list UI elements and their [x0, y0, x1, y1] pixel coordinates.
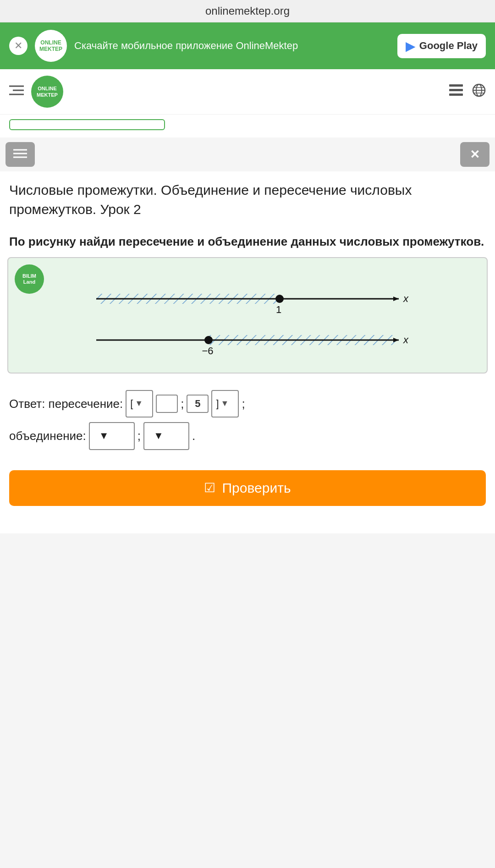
svg-point-18	[275, 295, 284, 303]
intersection-row: Ответ: пересечение: [ ▼ ; ] ▼ ;	[9, 390, 486, 418]
menu-lines-icon	[13, 148, 27, 162]
svg-text:−6: −6	[202, 345, 213, 357]
bracket-close-chevron: ▼	[221, 395, 229, 413]
banner-text: Скачайте мобильное приложение OnlineMekt…	[74, 39, 390, 53]
semicolon-1: ;	[181, 391, 184, 417]
close-button[interactable]: ✕	[460, 142, 490, 167]
bracket-close-select[interactable]: ] ▼	[211, 390, 239, 418]
banner-close-button[interactable]: ✕	[9, 37, 28, 55]
url-text: onlinemektep.org	[205, 5, 290, 17]
svg-text:x: x	[403, 334, 409, 346]
bottom-spacer	[0, 515, 495, 533]
hamburger-menu-icon[interactable]	[9, 84, 24, 99]
semicolon-3: ;	[138, 423, 141, 449]
banner-logo: ONLINE MEKTEP	[35, 30, 67, 62]
list-icon[interactable]	[449, 84, 463, 99]
lesson-title: Числовые промежутки. Объединение и перес…	[0, 171, 495, 224]
intersection-right-input[interactable]	[187, 395, 209, 413]
period: .	[192, 423, 195, 449]
main-content: ✕ Числовые промежутки. Объединение и пер…	[0, 137, 495, 533]
bracket-open-chevron: ▼	[135, 395, 143, 413]
question-text: По рисунку найди пересечение и объединен…	[0, 224, 495, 257]
svg-rect-3	[449, 84, 463, 87]
check-button-label: Проверить	[222, 480, 291, 496]
union-right-chevron: ▼	[154, 425, 164, 447]
x-icon: ✕	[470, 148, 480, 162]
search-bar[interactable]	[9, 119, 165, 130]
search-bar-area	[0, 115, 495, 137]
menu-button[interactable]	[6, 142, 35, 167]
toolbar-row: ✕	[0, 137, 495, 171]
svg-text:1: 1	[276, 304, 281, 315]
header-logo: ONLINE MEKTEP	[31, 76, 63, 108]
union-left-select[interactable]: ▼	[89, 422, 135, 450]
close-icon: ✕	[14, 40, 22, 52]
svg-rect-4	[449, 89, 463, 91]
check-icon: ☑	[204, 480, 215, 495]
semicolon-2: ;	[242, 391, 245, 417]
intersection-label: Ответ: пересечение:	[9, 391, 123, 417]
union-left-chevron: ▼	[99, 425, 109, 447]
diagram-area: BILIM Land 1	[7, 257, 488, 374]
check-button[interactable]: ☑ Проверить	[9, 470, 486, 506]
check-button-area: ☑ Проверить	[0, 461, 495, 515]
bracket-open-select[interactable]: [ ▼	[126, 390, 153, 418]
app-banner: ✕ ONLINE MEKTEP Скачайте мобильное прило…	[0, 22, 495, 69]
globe-icon[interactable]	[472, 83, 486, 100]
svg-text:x: x	[403, 293, 409, 304]
bracket-open-value: [	[130, 393, 133, 415]
google-play-icon: ▶	[406, 38, 416, 54]
union-right-select[interactable]: ▼	[143, 422, 189, 450]
answer-area: Ответ: пересечение: [ ▼ ; ] ▼ ; объедине…	[0, 381, 495, 461]
svg-marker-17	[393, 297, 399, 301]
bracket-close-value: ]	[216, 393, 219, 415]
svg-point-25	[204, 336, 213, 344]
header-icons	[449, 83, 486, 100]
union-row: объединение: ▼ ; ▼ .	[9, 422, 486, 450]
google-play-label: Google Play	[419, 40, 478, 52]
union-label: объединение:	[9, 423, 86, 449]
google-play-button[interactable]: ▶ Google Play	[397, 34, 486, 58]
intersection-left-input[interactable]	[156, 395, 178, 413]
header: ONLINE MEKTEP	[0, 69, 495, 115]
number-line-2: −6 x	[13, 322, 482, 359]
svg-rect-5	[449, 93, 463, 96]
browser-bar: onlinemektep.org	[0, 0, 495, 22]
bilim-land-badge: BILIM Land	[15, 264, 44, 294]
number-line-1: 1 x	[13, 281, 482, 318]
